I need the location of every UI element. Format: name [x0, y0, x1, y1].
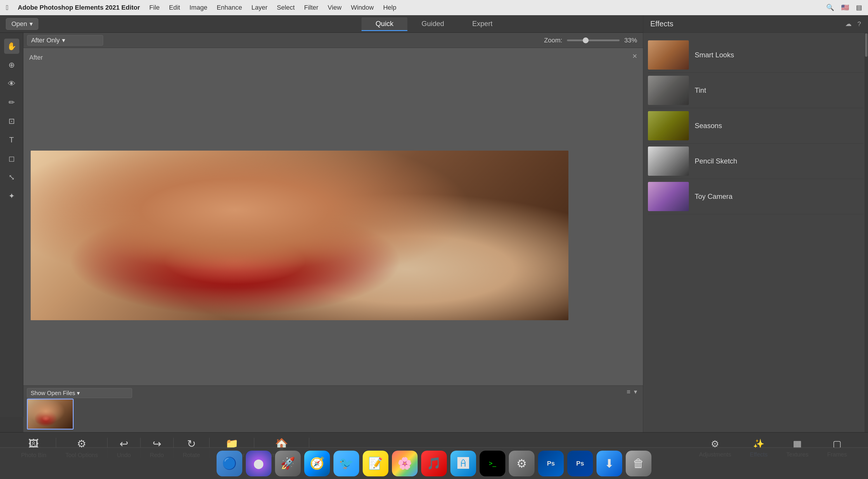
rocketship-icon: 🚀	[281, 456, 295, 470]
dock-trash[interactable]: 🗑	[626, 451, 651, 476]
terminal-icon: >_	[489, 460, 496, 467]
menu-view[interactable]: View	[328, 4, 341, 11]
dock-notes[interactable]: 📝	[363, 451, 389, 476]
tool-hand[interactable]: ✋	[4, 39, 19, 54]
show-open-files-area: Show Open Files ▾	[27, 388, 132, 398]
effect-seasons[interactable]: Seasons	[648, 108, 863, 144]
photo-bin-strip: Show Open Files ▾ ≡ ▾	[23, 385, 643, 432]
effect-seasons-label: Seasons	[695, 122, 722, 130]
right-panel-title: Effects	[650, 19, 673, 28]
menu-select[interactable]: Select	[277, 4, 294, 11]
menu-bar:  Adobe Photoshop Elements 2021 Editor F…	[0, 0, 868, 15]
photo-image	[31, 151, 568, 320]
system-prefs-icon: ⚙	[517, 457, 527, 470]
menu-file[interactable]: File	[149, 4, 160, 11]
effect-pencil-sketch[interactable]: Pencil Sketch	[648, 144, 863, 179]
effects-list: Smart Looks Tint Seasons Pencil Sketch T…	[643, 33, 868, 432]
thumbnail-image	[28, 399, 73, 429]
dock-terminal[interactable]: >_	[479, 451, 505, 476]
wifi-icon: ▤	[856, 4, 862, 11]
effect-pencil-sketch-label: Pencil Sketch	[695, 157, 737, 165]
pse2-icon: Ps	[576, 460, 584, 467]
photos-icon: 🌸	[398, 456, 412, 470]
downloads-icon: ⬇	[604, 457, 614, 470]
view-bar: View: After Only ▾ Zoom: 33%	[0, 33, 643, 48]
canvas-area: × After	[23, 48, 643, 417]
menu-layer[interactable]: Layer	[251, 4, 268, 11]
list-view-icon[interactable]: ≡	[627, 388, 630, 396]
zoom-slider[interactable]	[567, 39, 620, 41]
dock-safari[interactable]: 🧭	[304, 451, 330, 476]
dock-music[interactable]: 🎵	[421, 451, 447, 476]
canvas-close-button[interactable]: ×	[632, 52, 637, 61]
open-arrow-icon: ▾	[30, 20, 33, 28]
menu-window[interactable]: Window	[351, 4, 374, 11]
open-label: Open	[11, 20, 27, 28]
dock-system-prefs[interactable]: ⚙	[509, 451, 534, 476]
dock: 🔵 ⬤ 🚀 🧭 🐦 📝 🌸 🎵 🅰 >_ ⚙ Ps Ps ⬇ 🗑	[0, 447, 868, 479]
safari-icon: 🧭	[310, 456, 324, 470]
menu-help[interactable]: Help	[383, 4, 396, 11]
effect-tint[interactable]: Tint	[648, 73, 863, 108]
menu-enhance[interactable]: Enhance	[217, 4, 242, 11]
tab-quick[interactable]: Quick	[362, 17, 407, 31]
dock-pse2[interactable]: Ps	[567, 451, 593, 476]
dock-appstore[interactable]: 🅰	[451, 451, 476, 476]
menu-image[interactable]: Image	[189, 4, 207, 11]
view-select[interactable]: After Only ▾	[27, 35, 103, 46]
siri-icon: ⬤	[253, 458, 264, 469]
dock-pse1[interactable]: Ps	[538, 451, 564, 476]
view-select-arrow-icon: ▾	[62, 36, 65, 44]
menu-filter[interactable]: Filter	[304, 4, 318, 11]
open-button[interactable]: Open ▾	[6, 18, 38, 30]
zoom-value: 33%	[624, 36, 637, 44]
dock-siri[interactable]: ⬤	[246, 451, 272, 476]
effect-toy-camera[interactable]: Toy Camera	[648, 179, 863, 214]
tab-expert[interactable]: Expert	[458, 17, 506, 31]
app-name: Adobe Photoshop Elements 2021 Editor	[18, 4, 140, 11]
effect-smart-looks[interactable]: Smart Looks	[648, 37, 863, 73]
dock-rocketship[interactable]: 🚀	[275, 451, 301, 476]
effect-toy-camera-label: Toy Camera	[695, 192, 733, 201]
thumbnail-item[interactable]	[27, 398, 74, 429]
show-open-files-select[interactable]: Show Open Files ▾	[27, 388, 132, 398]
right-panel-scrollbar[interactable]	[865, 33, 868, 432]
grid-view-icon[interactable]: ▾	[634, 388, 637, 396]
apple-menu[interactable]: 	[6, 3, 8, 12]
appstore-icon: 🅰	[457, 457, 469, 470]
tool-transform[interactable]: ⤡	[4, 170, 19, 185]
zoom-slider-thumb[interactable]	[583, 37, 589, 43]
tool-warp[interactable]: ✦	[4, 188, 19, 204]
right-panel-header: Effects ☁ ?	[643, 15, 868, 33]
effect-tint-thumb	[648, 76, 689, 105]
left-toolbar: ✋ ⊕ 👁 ✏ ⊡ T ◻ ⤡ ✦	[0, 33, 23, 417]
dock-mail[interactable]: 🐦	[334, 451, 359, 476]
dock-photos[interactable]: 🌸	[392, 451, 417, 476]
menu-edit[interactable]: Edit	[169, 4, 180, 11]
cloud-sync-icon[interactable]: ☁	[845, 20, 851, 28]
strip-icons: ≡ ▾	[627, 388, 637, 396]
photo-canvas[interactable]	[31, 151, 568, 320]
tool-eraser[interactable]: ◻	[4, 151, 19, 166]
show-open-arrow-icon: ▾	[77, 390, 80, 396]
effect-toy-camera-thumb	[648, 182, 689, 211]
tool-text[interactable]: T	[4, 132, 19, 147]
dock-finder[interactable]: 🔵	[217, 451, 242, 476]
mail-icon: 🐦	[339, 456, 353, 470]
tool-zoom[interactable]: ⊕	[4, 57, 19, 72]
dock-downloads[interactable]: ⬇	[596, 451, 622, 476]
scrollbar-thumb[interactable]	[865, 33, 867, 57]
flag-icon: 🇺🇸	[841, 4, 849, 11]
view-option-value: After Only	[31, 36, 60, 44]
tab-guided[interactable]: Guided	[407, 17, 458, 31]
music-icon: 🎵	[427, 456, 441, 470]
search-icon[interactable]: 🔍	[826, 4, 834, 11]
right-panel: Effects ☁ ? Smart Looks Tint Seasons Pen…	[643, 15, 868, 432]
help-icon[interactable]: ?	[858, 20, 861, 28]
tool-brush[interactable]: ✏	[4, 95, 19, 110]
effect-tint-label: Tint	[695, 86, 706, 94]
effect-smart-looks-label: Smart Looks	[695, 51, 734, 59]
tool-eye[interactable]: 👁	[4, 76, 19, 91]
finder-icon: 🔵	[222, 456, 237, 470]
tool-crop[interactable]: ⊡	[4, 114, 19, 129]
